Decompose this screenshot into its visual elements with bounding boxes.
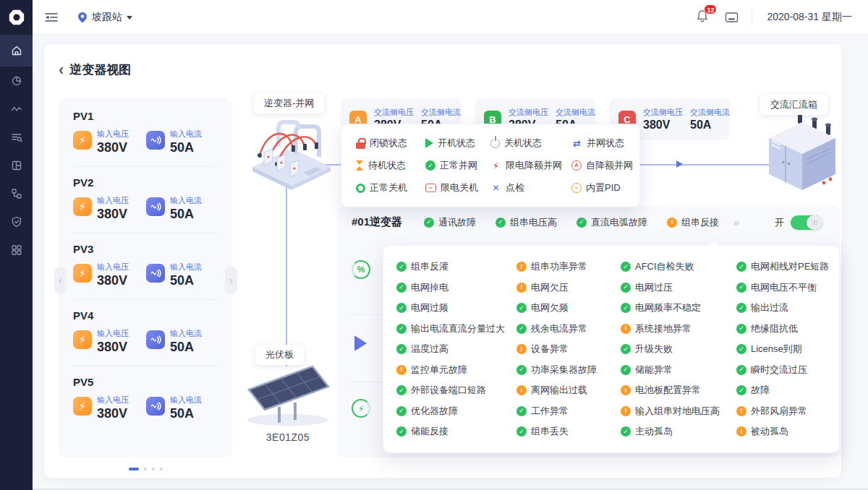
phase-voltage-label: 交流侧电压 — [643, 107, 683, 118]
alarm-item-label: License到期 — [751, 343, 802, 356]
bolt-icon: ⚡ — [73, 131, 92, 150]
carousel-next-button[interactable]: › — [225, 267, 237, 294]
collapse-menu-icon[interactable] — [44, 12, 59, 23]
metric-current: 输入电流50A — [146, 195, 202, 222]
alarm-item-label: 电网相线对PE短路 — [751, 260, 829, 273]
pagination-dot[interactable] — [160, 468, 163, 470]
inverter-status-row: #01逆变器 ✓通讯故障✓组串电压高✓直流电弧故障!组串反接 » 开 — [337, 205, 840, 239]
alarm-item: ✓主动孤岛 — [621, 425, 736, 438]
metric-label: 输入电流 — [170, 195, 202, 206]
metric-text: 输入电流50A — [170, 262, 202, 288]
page-title: 逆变器视图 — [69, 61, 131, 78]
state-item: A自降额并网 — [571, 159, 633, 172]
monitor-icon: ~ — [425, 184, 436, 192]
check-icon: ✓ — [621, 426, 631, 437]
sidebar-item-reports[interactable] — [0, 66, 33, 95]
station-selector[interactable]: 坡跟站 — [77, 11, 132, 24]
inverter-illustration[interactable] — [247, 111, 333, 194]
sidebar-item-security[interactable] — [0, 207, 33, 236]
screen-icon[interactable] — [725, 12, 739, 23]
sidebar-item-monitor[interactable] — [0, 95, 33, 123]
power-icon — [490, 139, 500, 148]
alarm-item-label: 输出电流直流分量过大 — [411, 322, 505, 335]
app-logo[interactable] — [0, 0, 33, 35]
power-toggle[interactable] — [791, 215, 822, 230]
bolt-icon: ⚡ — [73, 330, 92, 349]
state-item: 待机状态 — [356, 159, 425, 172]
wave-icon — [146, 131, 165, 150]
state-item: ✕点检 — [490, 181, 571, 194]
metric-label: 输入电压 — [97, 195, 129, 206]
hourglass-icon — [356, 160, 364, 171]
divider — [73, 233, 218, 233]
warn-icon: ! — [516, 283, 527, 293]
phase-voltage-label: 交流侧电压 — [374, 107, 414, 118]
check-icon: ✓ — [621, 344, 631, 354]
alarm-item: ✓残余电流异常 — [516, 322, 621, 335]
alarm-item-label: 外部设备端口短路 — [411, 384, 486, 397]
location-pin-icon — [77, 12, 88, 23]
pagination-dot[interactable] — [129, 468, 139, 470]
divider — [73, 299, 218, 300]
warn-icon: ! — [516, 262, 527, 272]
alarm-item: !监控单元故障 — [396, 364, 516, 377]
warn-icon: ! — [621, 324, 631, 334]
app-root: 坡跟站 12 2020-08-31 星期一 — [0, 0, 868, 490]
more-badges-icon[interactable]: » — [733, 216, 739, 228]
carousel-prev-button[interactable]: ‹ — [54, 267, 67, 294]
alarm-item-label: 电网欠频 — [531, 301, 569, 314]
warn-icon: ! — [736, 406, 746, 416]
sidebar-item-apps[interactable] — [0, 236, 33, 264]
chevron-down-icon — [127, 16, 132, 20]
alarm-item: !被动孤岛 — [736, 425, 829, 438]
divider — [73, 166, 218, 167]
alarm-item: ✓电网频率不稳定 — [621, 301, 736, 314]
sidebar-item-logs[interactable] — [0, 123, 33, 151]
alarm-item-label: 组串反灌 — [411, 260, 448, 273]
sidebar-item-devices[interactable] — [0, 151, 33, 179]
station-name: 坡跟站 — [92, 11, 122, 24]
sidebar-item-topology[interactable] — [0, 179, 33, 207]
phase-current-label: 交流侧电流 — [556, 107, 595, 118]
pv-panel-code: 3E01Z05 — [244, 431, 331, 443]
combiner-box-illustration[interactable] — [762, 109, 843, 197]
alarm-item-label: 优化器故障 — [411, 405, 458, 418]
phase-voltage: 交流侧电压380V — [643, 107, 683, 132]
alarm-item-label: 外部风扇异常 — [751, 405, 807, 418]
check-icon: ✓ — [425, 160, 435, 171]
back-button[interactable]: ‹ — [59, 64, 64, 77]
alarm-list-popup: ✓组串反灌!组串功率异常✓AFCI自检失败✓电网相线对PE短路✓电网掉电!电网欠… — [383, 245, 840, 453]
state-item: ⇄并网状态 — [571, 137, 633, 150]
pv-name: PV3 — [73, 243, 218, 255]
pv-metrics: ⚡输入电压380V输入电流50A — [73, 395, 218, 421]
pv-item: PV5⚡输入电压380V输入电流50A — [73, 376, 218, 433]
check-icon: ✓ — [424, 218, 434, 228]
pagination-dot[interactable] — [144, 468, 147, 470]
metric-value: 50A — [170, 140, 202, 155]
alarm-item-label: 输出过流 — [751, 301, 788, 314]
topology-icon — [10, 187, 23, 200]
logo-gear-icon — [8, 9, 25, 26]
toggle-knob — [807, 215, 822, 230]
state-label: 闭锁状态 — [370, 137, 407, 150]
pagination-dot[interactable] — [152, 468, 155, 470]
metric-label: 输入电流 — [170, 262, 202, 272]
check-icon: ✓ — [495, 218, 506, 228]
state-label: 并网状态 — [587, 137, 624, 150]
metric-label: 输入电流 — [170, 328, 202, 339]
state-label: 限电关机 — [441, 181, 478, 194]
run-play-icon — [354, 335, 367, 351]
metric-value: 380V — [97, 207, 129, 222]
solar-panel-illustration[interactable] — [242, 362, 336, 431]
alarm-item: ✓组串丢失 — [516, 425, 621, 438]
sidebar-item-home[interactable] — [0, 35, 33, 66]
notification-bell[interactable]: 12 — [696, 9, 709, 25]
metric-label: 输入电压 — [97, 328, 129, 339]
alarm-item: ✓电网过压 — [621, 281, 736, 294]
phase-voltage-label: 交流侧电压 — [509, 107, 548, 118]
metric-label: 输入电流 — [170, 129, 202, 139]
flow-arrow-icon — [676, 160, 683, 168]
pv-metrics: ⚡输入电压380V输入电流50A — [73, 328, 218, 355]
metric-value: 380V — [97, 273, 129, 288]
metric-value: 380V — [97, 406, 129, 421]
